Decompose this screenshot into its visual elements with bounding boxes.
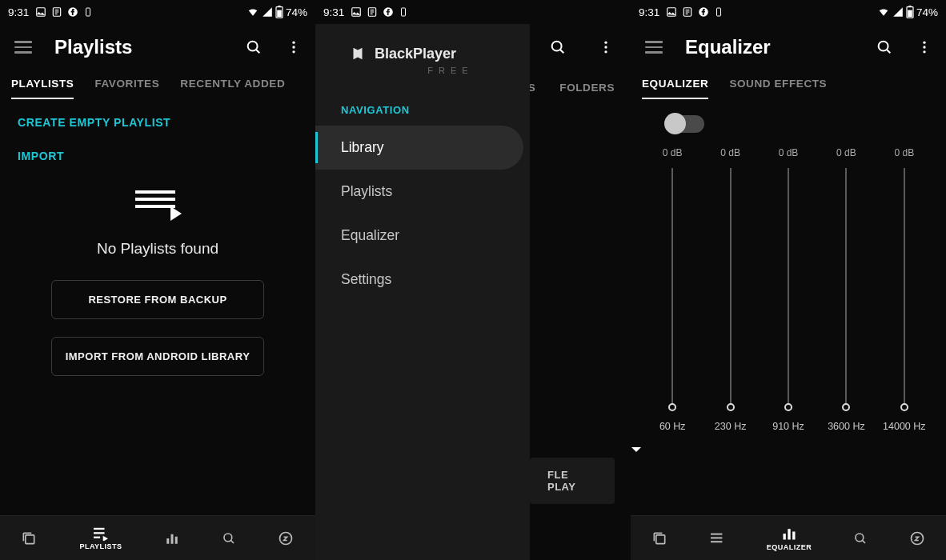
band-slider[interactable] <box>788 168 789 408</box>
page-title: Playlists <box>54 36 226 58</box>
app-bar: Playlists <box>0 24 315 70</box>
playlist-icon <box>135 190 180 221</box>
nav-sleep[interactable] <box>909 530 925 546</box>
svg-point-43 <box>923 42 925 44</box>
status-left: 9:31 <box>8 6 93 18</box>
db-label: 0 dB <box>836 147 856 158</box>
screen-playlists: 9:31 74% Playlists PLAYLISTS FAVORITES <box>0 0 315 560</box>
tab-folders[interactable]: FOLDERS <box>559 82 615 94</box>
search-button[interactable] <box>546 38 570 56</box>
facebook-icon <box>383 6 394 18</box>
eq-bands: 0 dB 60 Hz 0 dB 230 Hz 0 dB 910 Hz 0 dB … <box>631 147 946 432</box>
equalizer-toggle[interactable] <box>666 115 704 133</box>
svg-rect-16 <box>166 538 169 544</box>
nav-playlists[interactable] <box>709 532 725 545</box>
svg-rect-13 <box>94 527 105 529</box>
hamburger-icon[interactable] <box>14 41 32 54</box>
bottom-nav: PLAYLISTS <box>0 515 315 560</box>
create-empty-playlist-link[interactable]: CREATE EMPTY PLAYLIST <box>0 106 315 139</box>
band-slider[interactable] <box>845 168 847 408</box>
import-from-android-button[interactable]: IMPORT FROM ANDROID LIBRARY <box>51 337 264 376</box>
nav-item-equalizer[interactable]: Equalizer <box>315 214 523 258</box>
import-link[interactable]: IMPORT <box>0 139 315 173</box>
brand-subtitle: FREE <box>315 66 530 75</box>
status-notif-icons <box>666 6 724 18</box>
more-button[interactable] <box>912 39 936 55</box>
signal-icon <box>892 6 904 18</box>
backdrop-content: S FOLDERS FLE PLAY <box>530 24 631 515</box>
nav-equalizer[interactable]: EQUALIZER <box>767 526 812 551</box>
status-time: 9:31 <box>8 6 29 18</box>
band-3600hz: 0 dB 3600 Hz <box>817 147 875 432</box>
article-icon <box>51 6 62 18</box>
svg-rect-3 <box>86 8 90 16</box>
wifi-icon <box>247 6 259 18</box>
more-button[interactable] <box>282 39 306 55</box>
nav-item-library[interactable]: Library <box>315 126 523 170</box>
sleep-icon <box>909 530 925 546</box>
svg-point-29 <box>604 46 607 48</box>
svg-rect-48 <box>711 537 722 538</box>
shuffle-play-button[interactable]: FLE PLAY <box>530 458 615 504</box>
playlist-icon <box>709 532 725 545</box>
hz-label: 910 Hz <box>772 421 804 432</box>
restore-from-backup-button[interactable]: RESTORE FROM BACKUP <box>51 280 264 319</box>
library-icon <box>21 530 37 546</box>
nav-sleep[interactable] <box>278 530 294 546</box>
content: 0 dB 60 Hz 0 dB 230 Hz 0 dB 910 Hz 0 dB … <box>631 106 946 515</box>
status-bar: 9:31 74% <box>631 0 946 24</box>
tab-favorites[interactable]: FAVORITES <box>94 78 159 99</box>
tabs: S FOLDERS <box>530 70 631 94</box>
app-bar: Equalizer <box>631 24 946 70</box>
svg-line-42 <box>887 50 890 53</box>
nav-search[interactable] <box>853 531 868 546</box>
status-time: 9:31 <box>639 6 659 18</box>
nav-playlists[interactable]: PLAYLISTS <box>79 526 122 550</box>
band-60hz: 0 dB 60 Hz <box>643 147 701 432</box>
status-notif-icons <box>35 6 93 18</box>
tab-recently-added[interactable]: RECENTLY ADDED <box>180 78 285 99</box>
page-title: Equalizer <box>685 36 856 58</box>
nav-header: NAVIGATION <box>315 104 530 116</box>
empty-state: No Playlists found RESTORE FROM BACKUP I… <box>0 190 315 394</box>
more-button[interactable] <box>594 39 618 55</box>
status-notif-icons <box>351 6 408 18</box>
tab-sound-effects[interactable]: SOUND EFFECTS <box>729 78 827 99</box>
band-slider[interactable] <box>671 168 673 408</box>
device-icon <box>399 6 408 18</box>
sleep-icon <box>278 530 294 546</box>
tab-equalizer[interactable]: EQUALIZER <box>642 78 708 99</box>
status-time: 9:31 <box>323 6 344 18</box>
nav-library[interactable] <box>21 530 37 546</box>
svg-rect-18 <box>174 536 177 543</box>
status-bar: 9:31 <box>315 0 631 24</box>
image-icon <box>35 6 46 18</box>
hamburger-icon[interactable] <box>645 41 663 54</box>
db-label: 0 dB <box>779 147 799 158</box>
svg-rect-37 <box>717 8 721 16</box>
preset-dropdown[interactable] <box>631 446 928 454</box>
image-icon <box>666 6 677 18</box>
battery-icon <box>906 6 914 18</box>
band-slider[interactable] <box>730 168 732 408</box>
nav-item-playlists[interactable]: Playlists <box>315 170 523 214</box>
device-icon <box>714 6 724 18</box>
nav-library[interactable] <box>651 530 667 546</box>
svg-rect-6 <box>277 10 282 17</box>
hz-label: 230 Hz <box>715 421 747 432</box>
search-button[interactable] <box>872 38 896 56</box>
tab-playlists[interactable]: PLAYLISTS <box>11 78 74 99</box>
svg-rect-47 <box>711 533 722 534</box>
search-button[interactable] <box>242 38 266 56</box>
more-vert-icon <box>916 39 932 55</box>
device-icon <box>83 6 93 18</box>
band-14000hz: 0 dB 14000 Hz <box>876 147 933 432</box>
nav-search[interactable] <box>222 531 236 546</box>
svg-rect-40 <box>908 10 912 17</box>
band-slider[interactable] <box>904 168 905 408</box>
svg-rect-52 <box>792 531 795 539</box>
nav-item-settings[interactable]: Settings <box>315 258 523 302</box>
svg-point-53 <box>856 534 864 542</box>
nav-equalizer[interactable] <box>165 531 179 546</box>
switch-row <box>631 106 946 142</box>
